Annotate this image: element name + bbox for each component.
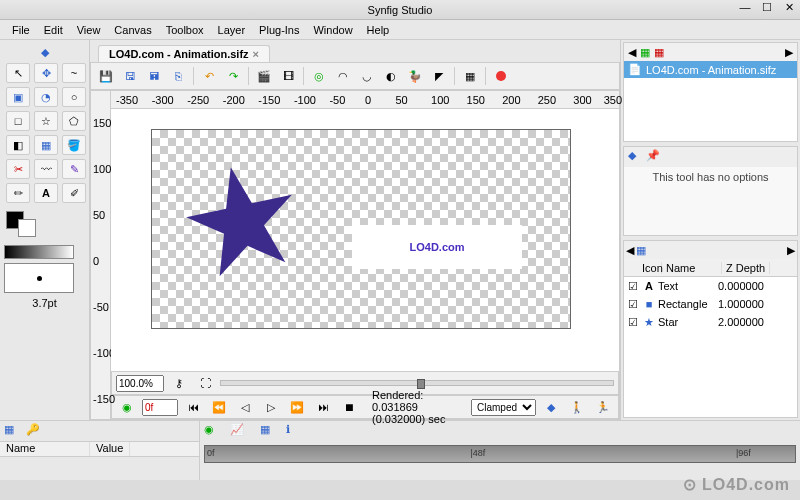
- tab-close-icon[interactable]: ×: [253, 48, 259, 60]
- menu-layer[interactable]: Layer: [212, 22, 252, 38]
- layer-name: Rectangle: [658, 298, 718, 310]
- menu-view[interactable]: View: [71, 22, 107, 38]
- brush-preview[interactable]: [4, 263, 74, 293]
- menu-edit[interactable]: Edit: [38, 22, 69, 38]
- tool-polygon[interactable]: ⬠: [62, 111, 86, 131]
- progress-bar: [220, 380, 614, 386]
- menu-help[interactable]: Help: [361, 22, 396, 38]
- layer-nav-next-icon[interactable]: ▶: [787, 244, 795, 257]
- canvas-viewport[interactable]: LO4D.com: [111, 109, 619, 371]
- render-button[interactable]: 🎬: [253, 65, 275, 87]
- scrub-handle[interactable]: [417, 379, 425, 389]
- menu-window[interactable]: Window: [307, 22, 358, 38]
- interpolation-select[interactable]: Clamped: [471, 399, 536, 416]
- frame-field[interactable]: [142, 399, 178, 416]
- layers-tab-icon[interactable]: ▦: [636, 244, 646, 257]
- tool-move[interactable]: ✥: [34, 63, 58, 83]
- layer-visible-checkbox[interactable]: ☑: [626, 316, 640, 329]
- menu-plugins[interactable]: Plug-Ins: [253, 22, 305, 38]
- layer-row-rectangle[interactable]: ☑ ■ Rectangle 1.000000: [624, 295, 797, 313]
- anim-mode-icon[interactable]: 🏃: [592, 396, 614, 418]
- params-key-icon[interactable]: 🔑: [26, 423, 40, 439]
- next-frame-button[interactable]: ⏩: [286, 396, 308, 418]
- first-frame-button[interactable]: ⏮: [182, 396, 204, 418]
- tool-eyedrop[interactable]: ✐: [62, 183, 86, 203]
- tl-meta-icon[interactable]: ▦: [260, 423, 270, 439]
- tool-star[interactable]: ☆: [34, 111, 58, 131]
- grid-button[interactable]: ▦: [459, 65, 481, 87]
- layer-visible-checkbox[interactable]: ☑: [626, 298, 640, 311]
- tool-gradient[interactable]: ◧: [6, 135, 30, 155]
- zoom-field[interactable]: [116, 375, 164, 392]
- duck-button[interactable]: 🦆: [404, 65, 426, 87]
- document-tab[interactable]: LO4D.com - Animation.sifz ×: [98, 45, 270, 62]
- window-close-button[interactable]: ✕: [784, 2, 794, 12]
- browser-nav-prev-icon[interactable]: ◀: [628, 46, 636, 59]
- skin-prev-button[interactable]: ◠: [332, 65, 354, 87]
- menu-file[interactable]: File: [6, 22, 36, 38]
- params-tab-icon[interactable]: ▦: [4, 423, 14, 439]
- gradient-swatch[interactable]: [4, 245, 74, 259]
- canvas-item-icon: 📄: [628, 63, 642, 76]
- tl-key-icon[interactable]: ◉: [204, 423, 214, 439]
- tool-circle[interactable]: ○: [62, 87, 86, 107]
- kf-mode-icon[interactable]: ◆: [540, 396, 562, 418]
- tool-pencil[interactable]: ✏: [6, 183, 30, 203]
- tool-fill[interactable]: ▦: [34, 135, 58, 155]
- canvas-list-item[interactable]: 📄 LO4D.com - Animation.sifz: [624, 61, 797, 78]
- skin-toggle-button[interactable]: ◐: [380, 65, 402, 87]
- preview-button[interactable]: 🎞: [277, 65, 299, 87]
- jump-icon[interactable]: 🚶: [566, 396, 588, 418]
- tool-draw[interactable]: ✎: [62, 159, 86, 179]
- color-swatches[interactable]: [4, 211, 85, 241]
- tool-smooth[interactable]: ~: [62, 63, 86, 83]
- options-pin-icon[interactable]: 📌: [646, 149, 660, 165]
- saveas-button[interactable]: 🖫: [119, 65, 141, 87]
- record-button[interactable]: [490, 65, 512, 87]
- canvas-toolbar: 💾 🖫 🖬 ⎘ ↶ ↷ 🎬 🎞 ◎ ◠ ◡ ◐ 🦆 ◤ ▦: [90, 62, 620, 90]
- timeline-track[interactable]: 0f |48f |96f: [204, 445, 796, 463]
- skin-next-button[interactable]: ◡: [356, 65, 378, 87]
- browser-add-icon[interactable]: ▦: [640, 46, 650, 59]
- window-maximize-button[interactable]: ☐: [762, 2, 772, 12]
- mask-button[interactable]: ◤: [428, 65, 450, 87]
- menu-canvas[interactable]: Canvas: [108, 22, 157, 38]
- layer-row-text[interactable]: ☑ A Text 0.000000: [624, 277, 797, 295]
- playback-bar: ◉ ⏮ ⏪ ◁ ▷ ⏩ ⏭ ⏹ Rendered: 0.031869 (0.03…: [111, 395, 619, 419]
- export-button[interactable]: ⎘: [167, 65, 189, 87]
- redo-button[interactable]: ↷: [222, 65, 244, 87]
- tl-curves-icon[interactable]: 📈: [230, 423, 244, 439]
- tl-info-icon[interactable]: ℹ: [286, 423, 290, 439]
- tool-rectangle[interactable]: □: [6, 111, 30, 131]
- tool-cut[interactable]: ✂: [6, 159, 30, 179]
- tool-bline[interactable]: 〰: [34, 159, 58, 179]
- onion-button[interactable]: ◎: [308, 65, 330, 87]
- save-button[interactable]: 💾: [95, 65, 117, 87]
- tool-pointer[interactable]: ↖: [6, 63, 30, 83]
- tool-rotate[interactable]: ◔: [34, 87, 58, 107]
- layer-row-star[interactable]: ☑ ★ Star 2.000000: [624, 313, 797, 331]
- layer-nav-prev-icon[interactable]: ◀: [626, 244, 634, 257]
- last-frame-button[interactable]: ⏹: [338, 396, 360, 418]
- window-minimize-button[interactable]: —: [740, 2, 750, 12]
- render-status: Rendered: 0.031869 (0.032000) sec: [364, 389, 467, 425]
- tool-scale[interactable]: ▣: [6, 87, 30, 107]
- layer-type-icon: ★: [640, 316, 658, 329]
- undo-button[interactable]: ↶: [198, 65, 220, 87]
- bg-color-swatch[interactable]: [18, 219, 36, 237]
- play-button[interactable]: ▷: [260, 396, 282, 418]
- next-key-button[interactable]: ⏭: [312, 396, 334, 418]
- param-col-value: Value: [90, 442, 130, 456]
- prev-frame-button[interactable]: ◁: [234, 396, 256, 418]
- browser-nav-next-icon[interactable]: ▶: [785, 46, 793, 59]
- prev-key-button[interactable]: ⏪: [208, 396, 230, 418]
- tool-bucket[interactable]: 🪣: [62, 135, 86, 155]
- browser-remove-icon[interactable]: ▦: [654, 46, 664, 59]
- menu-toolbox[interactable]: Toolbox: [160, 22, 210, 38]
- tool-text[interactable]: A: [34, 183, 58, 203]
- keyframe-icon[interactable]: ◉: [116, 396, 138, 418]
- saveall-button[interactable]: 🖬: [143, 65, 165, 87]
- zoom-lock-icon[interactable]: ⚷: [168, 372, 190, 394]
- layer-visible-checkbox[interactable]: ☑: [626, 280, 640, 293]
- zoom-fit-icon[interactable]: ⛶: [194, 372, 216, 394]
